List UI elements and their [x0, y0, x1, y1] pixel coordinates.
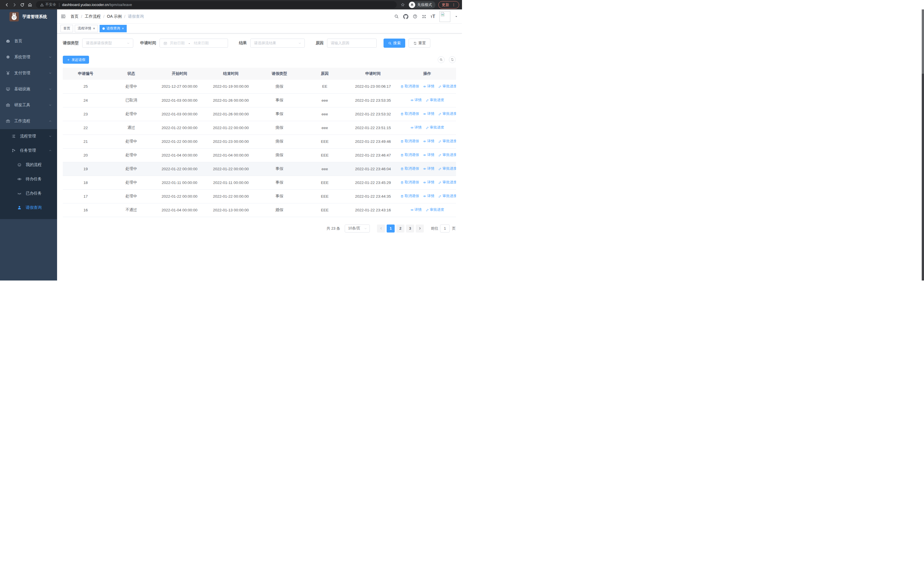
column-header: 申请编号	[63, 68, 108, 80]
apply-time-range-picker[interactable]: 开始日期 - 结束日期	[159, 39, 228, 48]
detail-link[interactable]: 详情	[423, 180, 434, 185]
toggle-search-button[interactable]	[438, 56, 445, 63]
table-header: 申请编号状态开始时间结束时间请假类型原因申请时间操作	[63, 68, 456, 80]
view-tab[interactable]: 请假查询×	[100, 25, 127, 32]
help-icon[interactable]	[412, 14, 417, 19]
refresh-table-button[interactable]	[449, 56, 456, 63]
fullscreen-icon[interactable]	[422, 14, 426, 19]
header-search-icon[interactable]	[394, 14, 399, 19]
tab-close-icon[interactable]: ×	[93, 27, 95, 30]
result-select[interactable]: 请选择流结果	[250, 39, 305, 48]
detail-link[interactable]: 详情	[410, 125, 422, 130]
progress-link[interactable]: 审批进度	[438, 152, 456, 157]
page-size-select[interactable]: 10条/页	[345, 224, 370, 233]
bookmark-star-icon[interactable]	[399, 1, 406, 9]
github-icon[interactable]	[403, 14, 408, 19]
search-button[interactable]: 搜索	[384, 39, 405, 48]
detail-link[interactable]: 详情	[423, 84, 434, 89]
user-menu-caret-icon[interactable]	[454, 15, 458, 18]
progress-link[interactable]: 审批进度	[438, 84, 456, 89]
browser-reload-button[interactable]	[18, 1, 26, 9]
table-row: 24已取消2022-01-03 00:00:002022-01-26 00:00…	[63, 93, 456, 107]
font-size-icon[interactable]: TT	[430, 14, 435, 19]
pagination-next-button[interactable]	[416, 224, 424, 233]
table-row: 21处理中2022-01-22 00:00:002022-01-23 00:00…	[63, 135, 456, 148]
sidebar-item-leave-query[interactable]: 请假查询	[0, 200, 57, 215]
sidebar-item-infrastructure[interactable]: 基础设施	[0, 81, 57, 97]
browser-menu-icon[interactable]	[452, 3, 456, 7]
pagination-page-2[interactable]: 2	[396, 224, 404, 233]
sidebar-item-home[interactable]: 首页	[0, 33, 57, 49]
cell-apply-time: 2022-01-22 23:49:46	[348, 135, 398, 148]
sidebar-item-task-mgmt[interactable]: 任务管理	[0, 143, 57, 158]
create-leave-button[interactable]: ＋ 发起请假	[63, 56, 89, 64]
progress-link[interactable]: 审批进度	[438, 139, 456, 144]
address-bar[interactable]: 不安全 dashboard.yudao.iocoder.cn/bpm/oa/le…	[36, 1, 397, 8]
sidebar-item-payment[interactable]: 支付管理	[0, 65, 57, 81]
breadcrumb-item: 请假查询	[128, 14, 144, 19]
progress-link[interactable]: 审批进度	[438, 194, 456, 199]
detail-link[interactable]: 详情	[423, 152, 434, 157]
reason-input[interactable]: 请输入原因	[327, 39, 376, 48]
cancel-link[interactable]: 取消请假	[400, 180, 419, 185]
progress-link[interactable]: 审批进度	[438, 166, 456, 171]
progress-link[interactable]: 审批进度	[438, 180, 456, 185]
progress-link[interactable]: 审批进度	[426, 98, 444, 102]
sidebar-item-todo-tasks[interactable]: 待办任务	[0, 172, 57, 186]
cancel-link[interactable]: 取消请假	[400, 166, 419, 171]
view-tab[interactable]: 流程详情×	[75, 25, 98, 32]
cell-end-time: 2022-01-04 00:00:00	[205, 148, 257, 162]
cell-reason: EEE	[302, 135, 348, 148]
breadcrumb-item[interactable]: 工作流程	[85, 14, 101, 19]
column-header: 请假类型	[257, 68, 302, 80]
detail-link[interactable]: 详情	[410, 208, 422, 212]
delete-icon	[400, 181, 404, 184]
cancel-link[interactable]: 取消请假	[400, 84, 419, 89]
cancel-link[interactable]: 取消请假	[400, 194, 419, 199]
edit-icon	[426, 126, 429, 129]
cancel-link[interactable]: 取消请假	[400, 139, 419, 144]
app-logo-row[interactable]: 芋道管理系统	[0, 9, 57, 24]
browser-back-button[interactable]	[3, 1, 10, 9]
goto-page-input[interactable]: 1	[440, 224, 450, 233]
sidebar-item-workflow[interactable]: 工作流程	[0, 113, 57, 129]
cell-leave-type: 事假	[257, 190, 302, 203]
breadcrumb-item[interactable]: OA 示例	[107, 14, 122, 19]
browser-home-button[interactable]	[26, 1, 34, 9]
reset-button[interactable]: 重置	[409, 39, 430, 48]
browser-forward-button[interactable]	[10, 1, 18, 9]
progress-link[interactable]: 审批进度	[426, 125, 444, 130]
pagination-page-1[interactable]: 1	[387, 224, 394, 233]
pagination-prev-button[interactable]	[377, 224, 385, 233]
update-button[interactable]: 更新	[438, 1, 459, 9]
detail-link[interactable]: 详情	[423, 111, 434, 116]
view-tab[interactable]: 首页	[60, 25, 73, 32]
progress-link[interactable]: 审批进度	[438, 111, 456, 116]
site-security-chip[interactable]: 不安全	[40, 2, 56, 7]
plus-icon: ＋	[66, 57, 70, 62]
cell-status: 处理中	[108, 190, 154, 203]
cancel-link[interactable]: 取消请假	[400, 111, 419, 116]
sidebar-collapse-icon[interactable]	[60, 14, 66, 19]
detail-link[interactable]: 详情	[423, 194, 434, 199]
sidebar-item-process-mgmt[interactable]: 流程管理	[0, 129, 57, 143]
action-label: 取消请假	[405, 139, 419, 144]
tab-close-icon[interactable]: ×	[122, 27, 124, 30]
sidebar-item-system[interactable]: 系统管理	[0, 49, 57, 65]
detail-link[interactable]: 详情	[410, 98, 422, 102]
detail-link[interactable]: 详情	[423, 166, 434, 171]
breadcrumb-item[interactable]: 首页	[70, 14, 78, 19]
tab-label: 请假查询	[106, 26, 120, 31]
sidebar-item-devtools[interactable]: 研发工具	[0, 97, 57, 113]
cancel-link[interactable]: 取消请假	[400, 152, 419, 157]
sidebar-item-done-tasks[interactable]: 已办任务	[0, 186, 57, 200]
detail-link[interactable]: 详情	[423, 139, 434, 144]
leave-table: 申请编号状态开始时间结束时间请假类型原因申请时间操作 25处理中2021-12-…	[63, 68, 456, 217]
avatar[interactable]	[440, 11, 450, 22]
sidebar-item-my-process[interactable]: 我的流程	[0, 158, 57, 172]
progress-link[interactable]: 审批进度	[426, 208, 444, 212]
pagination-page-3[interactable]: 3	[406, 224, 414, 233]
chevron-down-icon	[126, 41, 130, 45]
cell-id: 19	[63, 162, 108, 176]
leave-type-select[interactable]: 请选择请假类型	[82, 39, 133, 48]
